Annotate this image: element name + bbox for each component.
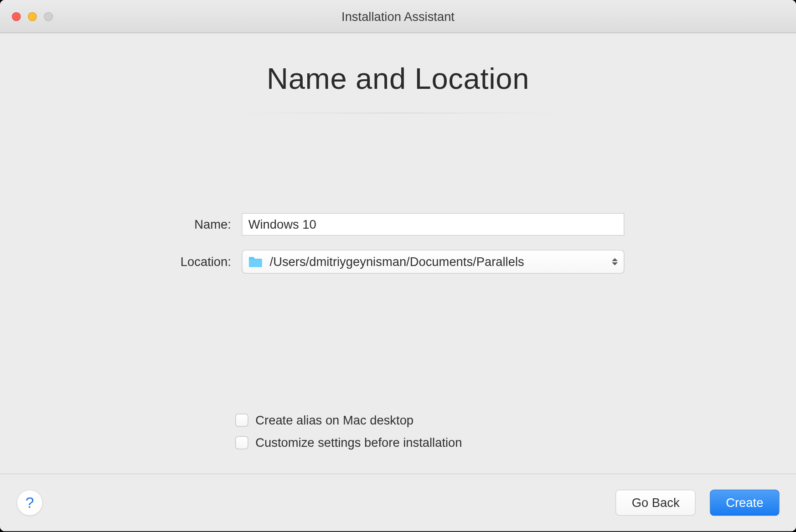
customize-settings-label: Customize settings before installation [255,435,462,450]
create-button[interactable]: Create [710,490,779,516]
name-row: Name: [172,213,625,236]
footer: ? Go Back Create [0,474,796,531]
help-button[interactable]: ? [16,490,42,516]
customize-settings-checkbox-row[interactable]: Customize settings before installation [235,435,462,450]
form: Name: Location: /Users/dmitriygeynisman/… [0,213,796,274]
installation-assistant-window: Installation Assistant Name and Location… [0,0,796,531]
folder-icon [248,256,263,268]
titlebar: Installation Assistant [0,0,796,33]
go-back-button[interactable]: Go Back [615,490,695,516]
zoom-window-button [44,12,53,21]
help-icon: ? [26,493,34,512]
location-dropdown[interactable]: /Users/dmitriygeynisman/Documents/Parall… [242,250,624,274]
close-window-button[interactable] [12,12,21,21]
traffic-lights [12,12,53,21]
create-alias-checkbox-row[interactable]: Create alias on Mac desktop [235,413,462,427]
name-input[interactable] [242,213,624,236]
checkbox-group: Create alias on Mac desktop Customize se… [235,413,462,450]
location-value: /Users/dmitriygeynisman/Documents/Parall… [270,255,618,269]
content-area: Name and Location Name: Location: /Users… [0,33,796,474]
create-alias-checkbox[interactable] [235,414,248,427]
name-label: Name: [172,217,231,231]
dropdown-stepper-icon [612,258,618,266]
location-label: Location: [172,255,231,269]
create-alias-label: Create alias on Mac desktop [255,413,414,427]
customize-settings-checkbox[interactable] [235,436,248,450]
window-title: Installation Assistant [0,9,796,23]
heading-divider [232,113,564,113]
location-row: Location: /Users/dmitriygeynisman/Docume… [172,250,625,274]
page-heading: Name and Location [0,62,796,97]
minimize-window-button[interactable] [28,12,37,21]
